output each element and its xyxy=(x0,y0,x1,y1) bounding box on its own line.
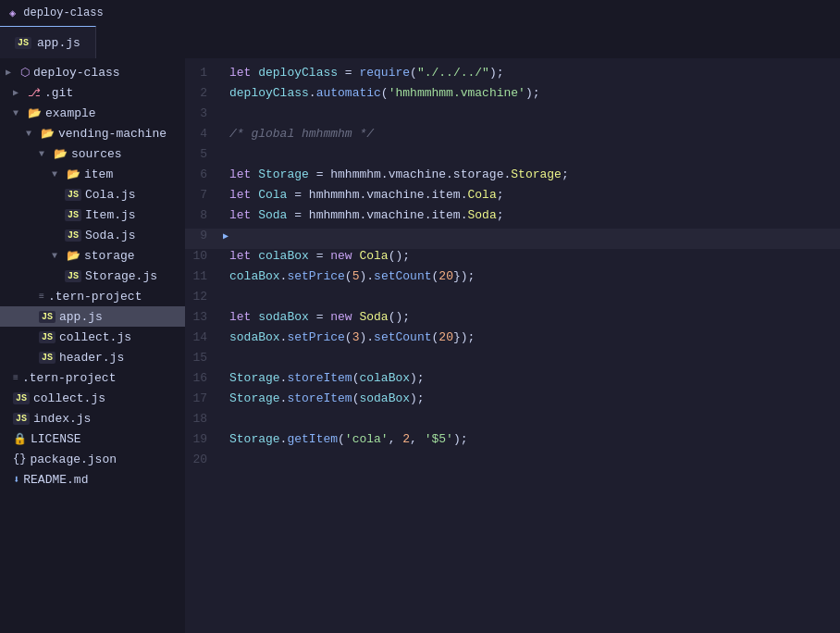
sidebar-item-cola-js[interactable]: JS Cola.js xyxy=(0,184,185,205)
package-icon: {} xyxy=(13,453,26,465)
line-content: let deployClass = require("./../../"); xyxy=(229,66,825,80)
sidebar-item-collect-js-2[interactable]: JS collect.js xyxy=(0,388,185,408)
code-line: 2deployClass.automatic('hmhmmhmm.vmachin… xyxy=(185,86,840,106)
sidebar-item-storage-js[interactable]: JS Storage.js xyxy=(0,266,185,286)
code-line: 17Storage.storeItem(sodaBox); xyxy=(185,391,840,412)
js-file-icon: JS xyxy=(13,392,30,404)
line-number: 4 xyxy=(185,127,222,141)
menu-dots-icon: ≡ xyxy=(13,373,19,383)
line-content: /* global hmhmmhm */ xyxy=(229,127,825,141)
code-line: 19Storage.getItem('cola', 2, '$5'); xyxy=(185,432,840,453)
tern-project-1-label: .tern-project xyxy=(48,290,142,304)
collect-js-2-label: collect.js xyxy=(33,391,105,405)
folder-icon: ⬡ xyxy=(20,66,30,80)
title-text: deploy-class xyxy=(23,6,103,19)
code-line: 11colaBox.setPrice(5).setCount(20}); xyxy=(185,269,840,290)
js-file-icon: JS xyxy=(39,352,56,364)
chevron-down-icon: ▼ xyxy=(13,108,24,118)
line-number: 2 xyxy=(185,86,222,100)
line-content: let colaBox = new Cola(); xyxy=(229,249,825,263)
chevron-down-icon: ▼ xyxy=(39,149,50,159)
line-content: sodaBox.setPrice(3).setCount(20}); xyxy=(229,330,825,344)
line-number: 20 xyxy=(185,453,222,466)
sidebar-item-header-js[interactable]: JS header.js xyxy=(0,347,185,367)
code-line: 20 xyxy=(185,453,840,473)
js-file-icon: JS xyxy=(13,413,30,425)
js-file-icon: JS xyxy=(15,37,31,49)
menu-dots-icon: ≡ xyxy=(39,292,44,302)
chevron-down-icon: ▼ xyxy=(52,169,63,180)
folder-open-icon: 📂 xyxy=(28,106,42,120)
js-file-icon: JS xyxy=(65,189,81,201)
readme-label: README.md xyxy=(23,473,88,487)
line-content: let Cola = hmhmmhm.vmachine.item.Cola; xyxy=(229,188,825,202)
line-content: Storage.storeItem(colaBox); xyxy=(229,371,825,385)
folder-open-icon: 📂 xyxy=(41,127,55,141)
line-number: 15 xyxy=(185,351,222,365)
line-number: 6 xyxy=(185,168,222,181)
arrow-indicator: ▶ xyxy=(222,230,229,242)
item-js-label: Item.js xyxy=(85,208,136,222)
line-number: 13 xyxy=(185,310,222,324)
storage-label: storage xyxy=(84,249,135,263)
sidebar-item-tern-project-1[interactable]: ≡ .tern-project xyxy=(0,286,185,306)
line-content: colaBox.setPrice(5).setCount(20}); xyxy=(229,269,825,283)
license-label: LICENSE xyxy=(31,432,81,446)
index-js-label: index.js xyxy=(33,412,91,426)
code-line: 8let Soda = hmhmmhm.vmachine.item.Soda; xyxy=(185,208,840,229)
sidebar-item-item-js[interactable]: JS Item.js xyxy=(0,205,185,225)
sidebar-item-storage[interactable]: ▼ 📂 storage xyxy=(0,245,185,266)
sidebar-item-sources[interactable]: ▼ 📂 sources xyxy=(0,143,185,164)
line-number: 14 xyxy=(185,330,222,344)
vending-machine-label: vending-machine xyxy=(58,127,167,141)
code-line: 7let Cola = hmhmmhm.vmachine.item.Cola; xyxy=(185,188,840,208)
sidebar-item-vending-machine[interactable]: ▼ 📂 vending-machine xyxy=(0,123,185,143)
title-bar: ◈ deploy-class xyxy=(0,0,840,26)
sidebar-item-item[interactable]: ▼ 📂 item xyxy=(0,164,185,184)
line-number: 12 xyxy=(185,290,222,304)
sidebar-item-soda-js[interactable]: JS Soda.js xyxy=(0,225,185,245)
sidebar-item-git[interactable]: ▶ ⎇ .git xyxy=(0,82,185,103)
title-icon: ◈ xyxy=(9,6,16,20)
line-number: 19 xyxy=(185,432,222,446)
sidebar-root-deploy-class[interactable]: ▶ ⬡ deploy-class xyxy=(0,62,185,82)
app-js-label: app.js xyxy=(59,310,103,324)
sidebar-item-collect-js-1[interactable]: JS collect.js xyxy=(0,327,185,347)
sources-label: sources xyxy=(71,147,122,161)
sidebar-item-index-js[interactable]: JS index.js xyxy=(0,408,185,428)
main-layout: ▶ ⬡ deploy-class ▶ ⎇ .git ▼ 📂 example ▼ … xyxy=(0,58,840,633)
code-editor[interactable]: 1let deployClass = require("./../../");2… xyxy=(185,58,840,633)
line-content: Storage.getItem('cola', 2, '$5'); xyxy=(229,432,825,446)
line-number: 16 xyxy=(185,371,222,385)
line-content: Storage.storeItem(sodaBox); xyxy=(229,391,825,405)
storage-js-label: Storage.js xyxy=(85,269,157,283)
line-number: 10 xyxy=(185,249,222,263)
chevron-down-icon: ▼ xyxy=(52,251,63,261)
sidebar-item-tern-project-2[interactable]: ≡ .tern-project xyxy=(0,367,185,388)
line-number: 7 xyxy=(185,188,222,202)
sidebar: ▶ ⬡ deploy-class ▶ ⎇ .git ▼ 📂 example ▼ … xyxy=(0,58,185,633)
line-number: 17 xyxy=(185,391,222,405)
sidebar-item-example[interactable]: ▼ 📂 example xyxy=(0,103,185,123)
readme-icon: ⬇ xyxy=(13,473,19,487)
line-number: 3 xyxy=(185,106,222,120)
sidebar-item-app-js[interactable]: JS app.js xyxy=(0,306,185,327)
folder-open-icon: 📂 xyxy=(67,249,80,263)
sidebar-item-readme[interactable]: ⬇ README.md xyxy=(0,469,185,490)
tab-app-js[interactable]: JS app.js xyxy=(0,26,96,58)
sidebar-item-package-json[interactable]: {} package.json xyxy=(0,449,185,469)
collect-js-1-label: collect.js xyxy=(59,330,131,344)
folder-open-icon: 📂 xyxy=(54,147,68,161)
package-json-label: package.json xyxy=(30,453,117,466)
line-content: deployClass.automatic('hmhmmhmm.vmachine… xyxy=(229,86,825,100)
js-file-icon: JS xyxy=(65,209,81,221)
chevron-right-icon: ▶ xyxy=(6,67,17,78)
git-label: .git xyxy=(44,86,73,100)
cola-js-label: Cola.js xyxy=(85,188,136,202)
code-line: 9▶ xyxy=(185,229,840,249)
code-line: 15 xyxy=(185,351,840,371)
code-line: 10let colaBox = new Cola(); xyxy=(185,249,840,269)
line-number: 11 xyxy=(185,269,222,283)
sidebar-item-license[interactable]: 🔒 LICENSE xyxy=(0,428,185,449)
item-label: item xyxy=(84,168,113,181)
